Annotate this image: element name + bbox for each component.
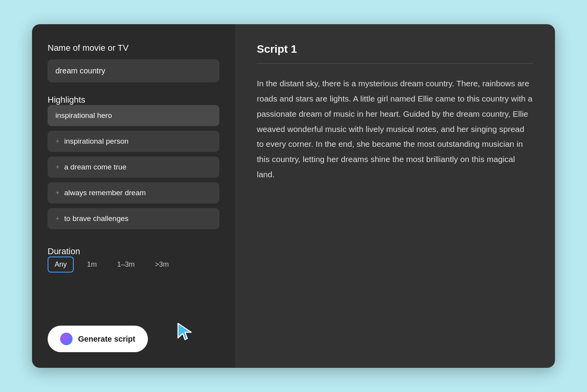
duration-label: Duration [48,246,80,256]
highlight-text: always remember dream [64,189,146,197]
left-panel: Name of movie or TV Highlights inspirati… [32,24,235,368]
generate-script-button[interactable]: Generate script [48,326,148,352]
generate-btn-container: Generate script [48,326,219,352]
highlight-text: inspirational hero [55,111,112,120]
highlight-text: a dream come true [64,163,126,171]
duration-section: Duration Any 1m 1–3m >3m [48,246,219,273]
plus-icon: + [55,215,60,222]
divider [257,63,533,64]
highlight-tag-h4[interactable]: + always remember dream [48,182,219,203]
duration-3m[interactable]: >3m [148,257,176,273]
plus-icon: + [55,189,60,196]
duration-1-3m[interactable]: 1–3m [110,257,142,273]
duration-any[interactable]: Any [48,257,74,273]
main-container: Name of movie or TV Highlights inspirati… [32,24,555,368]
highlights-label: Highlights [48,95,85,105]
plus-icon: + [55,164,60,171]
duration-options: Any 1m 1–3m >3m [48,257,219,273]
gradient-icon [60,333,73,345]
generate-btn-label: Generate script [78,335,135,344]
script-title: Script 1 [257,43,533,55]
highlights-section: Highlights inspirational hero + inspirat… [48,95,219,234]
highlight-tag-h3[interactable]: + a dream come true [48,157,219,178]
highlight-tag-h1[interactable]: inspirational hero [48,105,219,126]
movie-label: Name of movie or TV [48,43,219,53]
highlight-text: to brave challenges [64,214,129,223]
highlight-tag-h5[interactable]: + to brave challenges [48,208,219,229]
highlight-text: inspirational person [64,137,129,146]
right-panel: Script 1 In the distant sky, there is a … [235,24,555,368]
cursor-icon [176,322,194,344]
movie-input[interactable] [48,59,219,82]
highlight-tag-h2[interactable]: + inspirational person [48,131,219,152]
plus-icon: + [55,138,60,145]
script-body: In the distant sky, there is a mysteriou… [257,76,533,182]
duration-1m[interactable]: 1m [80,257,104,273]
